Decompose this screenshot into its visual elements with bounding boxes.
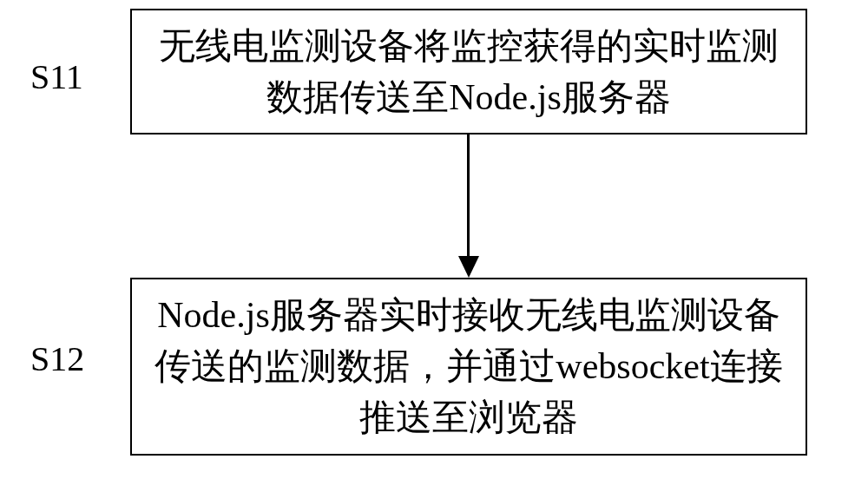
step-text-s11: 无线电监测设备将监控获得的实时监测数据传送至Node.js服务器 xyxy=(149,21,788,123)
arrow-head-icon xyxy=(458,256,479,278)
step-label-s12: S12 xyxy=(30,338,84,379)
step-box-s12: Node.js服务器实时接收无线电监测设备传送的监测数据，并通过websocke… xyxy=(130,278,807,456)
step-text-s12: Node.js服务器实时接收无线电监测设备传送的监测数据，并通过websocke… xyxy=(149,290,788,443)
step-label-s11: S11 xyxy=(30,56,83,97)
arrow-line xyxy=(467,134,470,260)
flowchart-diagram: S11 无线电监测设备将监控获得的实时监测数据传送至Node.js服务器 S12… xyxy=(0,0,868,492)
arrow-s11-to-s12 xyxy=(460,134,477,278)
step-box-s11: 无线电监测设备将监控获得的实时监测数据传送至Node.js服务器 xyxy=(130,9,807,134)
